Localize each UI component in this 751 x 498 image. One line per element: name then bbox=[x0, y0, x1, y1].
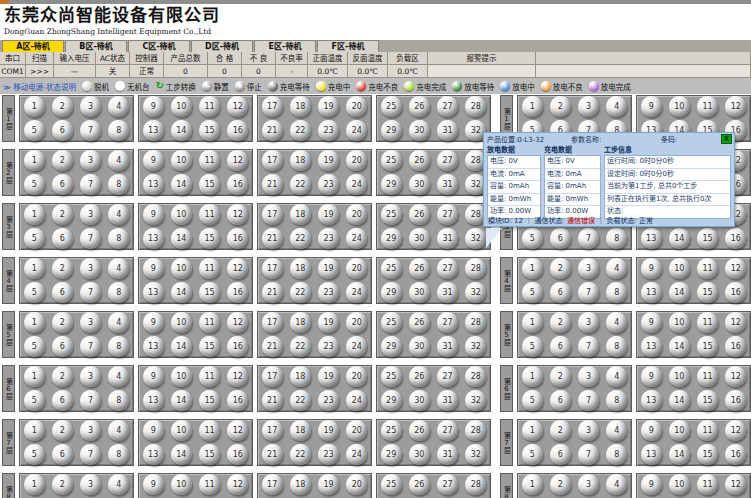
cell-3[interactable]: 3 bbox=[80, 420, 101, 441]
cell-10[interactable]: 10 bbox=[171, 204, 192, 225]
cell-12[interactable]: 12 bbox=[725, 420, 746, 441]
cell-6[interactable]: 6 bbox=[550, 390, 571, 411]
cell-16[interactable]: 16 bbox=[227, 336, 248, 357]
cell-5[interactable]: 5 bbox=[24, 282, 45, 303]
cell-20[interactable]: 20 bbox=[346, 366, 367, 387]
cell-8[interactable]: 8 bbox=[108, 228, 129, 249]
cell-14[interactable]: 14 bbox=[669, 390, 690, 411]
cell-28[interactable]: 28 bbox=[465, 96, 486, 117]
cell-31[interactable]: 31 bbox=[437, 390, 458, 411]
cell-8[interactable]: 8 bbox=[606, 336, 627, 357]
cell-12[interactable]: 12 bbox=[227, 312, 248, 333]
cell-4[interactable]: 4 bbox=[108, 312, 129, 333]
cell-3[interactable]: 3 bbox=[578, 420, 599, 441]
cell-4[interactable]: 4 bbox=[108, 258, 129, 279]
cell-15[interactable]: 15 bbox=[697, 282, 718, 303]
cell-32[interactable]: 32 bbox=[465, 228, 486, 249]
cell-16[interactable]: 16 bbox=[227, 174, 248, 195]
tab-zone-2[interactable]: C区-待机 bbox=[128, 40, 190, 52]
cell-24[interactable]: 24 bbox=[346, 228, 367, 249]
cell-18[interactable]: 18 bbox=[290, 204, 311, 225]
cell-11[interactable]: 11 bbox=[697, 366, 718, 387]
cell-6[interactable]: 6 bbox=[550, 444, 571, 465]
cell-14[interactable]: 14 bbox=[171, 336, 192, 357]
cell-31[interactable]: 31 bbox=[437, 282, 458, 303]
cell-5[interactable]: 5 bbox=[522, 228, 543, 249]
legend-title-link[interactable]: ≫ 移动电源-状态说明 bbox=[3, 81, 76, 92]
cell-5[interactable]: 5 bbox=[24, 228, 45, 249]
cell-22[interactable]: 22 bbox=[290, 390, 311, 411]
cell-20[interactable]: 20 bbox=[346, 258, 367, 279]
cell-22[interactable]: 22 bbox=[290, 228, 311, 249]
cell-7[interactable]: 7 bbox=[578, 228, 599, 249]
cell-10[interactable]: 10 bbox=[171, 312, 192, 333]
cell-31[interactable]: 31 bbox=[437, 120, 458, 141]
cell-22[interactable]: 22 bbox=[290, 120, 311, 141]
cell-30[interactable]: 30 bbox=[409, 336, 430, 357]
cell-2[interactable]: 2 bbox=[550, 258, 571, 279]
cell-12[interactable]: 12 bbox=[227, 150, 248, 171]
cell-13[interactable]: 13 bbox=[641, 228, 662, 249]
cell-9[interactable]: 9 bbox=[143, 96, 164, 117]
cell-23[interactable]: 23 bbox=[318, 390, 339, 411]
cell-15[interactable]: 15 bbox=[697, 390, 718, 411]
cell-1[interactable]: 1 bbox=[522, 420, 543, 441]
cell-4[interactable]: 4 bbox=[108, 204, 129, 225]
cell-21[interactable]: 21 bbox=[262, 282, 283, 303]
cell-29[interactable]: 29 bbox=[381, 174, 402, 195]
cell-10[interactable]: 10 bbox=[171, 258, 192, 279]
cell-2[interactable]: 2 bbox=[550, 474, 571, 495]
cell-13[interactable]: 13 bbox=[641, 390, 662, 411]
cell-6[interactable]: 6 bbox=[52, 174, 73, 195]
cell-26[interactable]: 26 bbox=[409, 150, 430, 171]
cell-10[interactable]: 10 bbox=[669, 96, 690, 117]
cell-15[interactable]: 15 bbox=[199, 336, 220, 357]
cell-17[interactable]: 17 bbox=[262, 474, 283, 495]
cell-16[interactable]: 16 bbox=[725, 228, 746, 249]
cell-2[interactable]: 2 bbox=[550, 312, 571, 333]
cell-1[interactable]: 1 bbox=[24, 258, 45, 279]
cell-9[interactable]: 9 bbox=[143, 258, 164, 279]
cell-7[interactable]: 7 bbox=[80, 228, 101, 249]
cell-26[interactable]: 26 bbox=[409, 312, 430, 333]
cell-24[interactable]: 24 bbox=[346, 282, 367, 303]
cell-2[interactable]: 2 bbox=[52, 420, 73, 441]
cell-23[interactable]: 23 bbox=[318, 120, 339, 141]
cell-6[interactable]: 6 bbox=[52, 282, 73, 303]
cell-17[interactable]: 17 bbox=[262, 258, 283, 279]
cell-32[interactable]: 32 bbox=[465, 390, 486, 411]
cell-12[interactable]: 12 bbox=[227, 366, 248, 387]
cell-12[interactable]: 12 bbox=[227, 420, 248, 441]
cell-13[interactable]: 13 bbox=[143, 390, 164, 411]
cell-19[interactable]: 19 bbox=[318, 96, 339, 117]
cell-1[interactable]: 1 bbox=[24, 474, 45, 495]
cell-12[interactable]: 12 bbox=[725, 96, 746, 117]
cell-23[interactable]: 23 bbox=[318, 336, 339, 357]
cell-1[interactable]: 1 bbox=[522, 366, 543, 387]
cell-29[interactable]: 29 bbox=[381, 282, 402, 303]
cell-25[interactable]: 25 bbox=[381, 474, 402, 495]
cell-13[interactable]: 13 bbox=[143, 444, 164, 465]
cell-20[interactable]: 20 bbox=[346, 96, 367, 117]
cell-27[interactable]: 27 bbox=[437, 96, 458, 117]
cell-10[interactable]: 10 bbox=[171, 366, 192, 387]
cell-8[interactable]: 8 bbox=[108, 174, 129, 195]
cell-19[interactable]: 19 bbox=[318, 474, 339, 495]
cell-16[interactable]: 16 bbox=[725, 390, 746, 411]
cell-15[interactable]: 15 bbox=[199, 174, 220, 195]
cell-29[interactable]: 29 bbox=[381, 444, 402, 465]
cell-3[interactable]: 3 bbox=[80, 204, 101, 225]
cell-11[interactable]: 11 bbox=[199, 474, 220, 495]
cell-25[interactable]: 25 bbox=[381, 366, 402, 387]
cell-24[interactable]: 24 bbox=[346, 336, 367, 357]
cell-10[interactable]: 10 bbox=[669, 420, 690, 441]
cell-10[interactable]: 10 bbox=[669, 312, 690, 333]
cell-23[interactable]: 23 bbox=[318, 174, 339, 195]
cell-15[interactable]: 15 bbox=[199, 228, 220, 249]
cell-10[interactable]: 10 bbox=[669, 258, 690, 279]
cell-18[interactable]: 18 bbox=[290, 474, 311, 495]
cell-19[interactable]: 19 bbox=[318, 366, 339, 387]
cell-2[interactable]: 2 bbox=[550, 96, 571, 117]
cell-6[interactable]: 6 bbox=[52, 336, 73, 357]
cell-18[interactable]: 18 bbox=[290, 312, 311, 333]
